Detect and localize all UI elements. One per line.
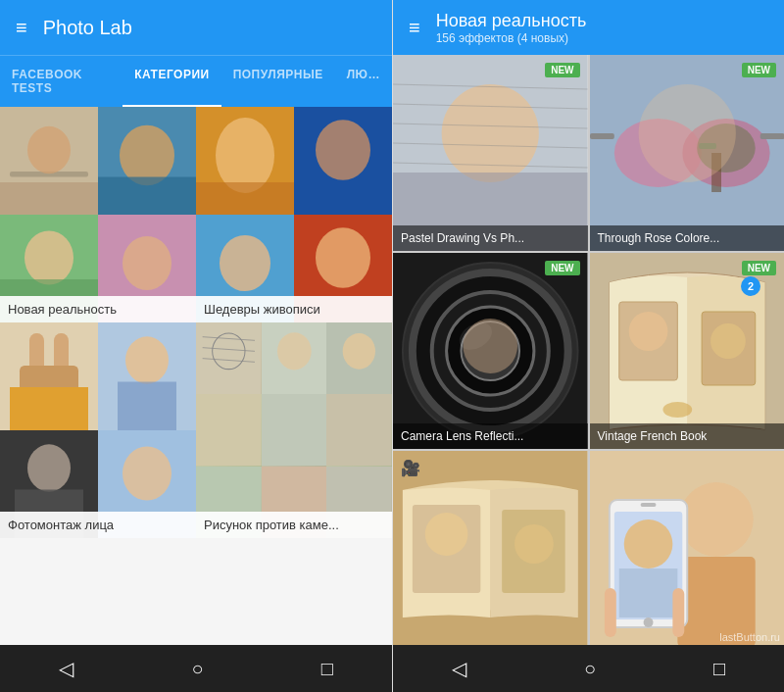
svg-rect-28: [118, 382, 176, 431]
tab-categories[interactable]: КАТЕГОРИИ: [122, 56, 220, 107]
svg-rect-62: [760, 133, 784, 139]
svg-point-8: [24, 231, 74, 285]
svg-point-42: [343, 333, 375, 370]
right-home-button[interactable]: ○: [584, 658, 596, 680]
svg-point-83: [425, 513, 468, 556]
num-badge-4: 2: [741, 276, 760, 296]
cat3-img1: [0, 322, 98, 430]
recent-button[interactable]: □: [321, 658, 333, 680]
right-category-subtitle: 156 эффектов (4 новых): [436, 31, 587, 45]
svg-point-30: [27, 444, 71, 491]
svg-rect-93: [640, 503, 656, 507]
hamburger-icon[interactable]: ≡: [16, 17, 27, 39]
back-button[interactable]: ◁: [59, 657, 74, 680]
cat2-label: Шедевры живописи: [196, 296, 392, 322]
effect-card-2[interactable]: NEW Through Rose Colore...: [590, 55, 785, 251]
new-badge-3: NEW: [545, 261, 579, 275]
new-badge-2: NEW: [742, 63, 776, 77]
video-icon-5: 🎥: [401, 459, 420, 477]
cat4-label: Рисунок против каме...: [196, 512, 392, 538]
svg-point-13: [216, 118, 274, 193]
svg-rect-44: [262, 394, 327, 466]
right-back-button[interactable]: ◁: [452, 657, 466, 680]
cat4-img4: [196, 394, 262, 466]
cat4-img3: [326, 322, 392, 394]
watermark: lastButton.ru: [719, 631, 780, 643]
tab-popular[interactable]: ПОПУЛЯРНЫЕ: [221, 56, 335, 107]
left-app-title: Photo Lab: [43, 17, 132, 39]
right-category-title: Новая реальность: [436, 11, 587, 31]
svg-point-91: [623, 519, 672, 568]
left-tabs: FACEBOOK TESTS КАТЕГОРИИ ПОПУЛЯРНЫЕ ЛЮ…: [0, 55, 392, 107]
left-header: ≡ Photo Lab: [0, 0, 392, 55]
svg-point-18: [220, 235, 270, 291]
svg-point-77: [628, 312, 667, 351]
effect-card-6[interactable]: lastButton.ru: [590, 451, 785, 645]
category-grid: Новая реальность: [0, 107, 392, 645]
left-panel: ≡ Photo Lab FACEBOOK TESTS КАТЕГОРИИ ПОП…: [0, 0, 392, 692]
cat4-img1: [196, 322, 262, 394]
svg-point-40: [277, 332, 312, 370]
effect-label-4: Vintage French Book: [590, 423, 785, 449]
svg-point-87: [679, 482, 753, 557]
right-nav-bar: ◁ ○ □: [393, 645, 784, 692]
new-badge-1: NEW: [545, 63, 579, 77]
home-button[interactable]: ○: [191, 658, 203, 680]
cat3-label: Фотомонтаж лица: [0, 512, 196, 538]
svg-point-50: [442, 84, 539, 182]
cat1-img2: [98, 107, 196, 215]
tab-facebook[interactable]: FACEBOOK TESTS: [0, 56, 122, 107]
cat2-img1: [196, 107, 294, 215]
effect-label-2: Through Rose Colore...: [590, 225, 785, 251]
cat1-img1: [0, 107, 98, 215]
effect-card-1[interactable]: NEW Pastel Drawing Vs Ph...: [393, 55, 588, 251]
svg-rect-92: [618, 568, 677, 618]
svg-point-94: [643, 618, 653, 627]
category-cell-2[interactable]: Шедевры живописи: [196, 107, 392, 322]
svg-point-65: [638, 84, 735, 182]
right-hamburger-icon[interactable]: ≡: [409, 17, 420, 39]
svg-point-11: [122, 236, 172, 290]
left-nav-bar: ◁ ○ □: [0, 645, 392, 692]
svg-rect-25: [10, 387, 88, 430]
effect-card-5[interactable]: 🎥: [393, 451, 588, 645]
effect-label-1: Pastel Drawing Vs Ph...: [393, 225, 588, 251]
svg-point-2: [27, 126, 71, 173]
cat4-img5: [262, 394, 327, 466]
category-cell-4[interactable]: Рисунок против каме...: [196, 322, 392, 538]
svg-rect-45: [326, 394, 392, 466]
svg-point-80: [662, 402, 692, 418]
svg-rect-43: [196, 394, 262, 466]
right-header: ≡ Новая реальность 156 эффектов (4 новых…: [393, 0, 784, 55]
tab-fav[interactable]: ЛЮ…: [335, 56, 392, 107]
cat4-img2: [262, 322, 327, 394]
svg-point-5: [120, 125, 174, 186]
category-cell-3[interactable]: Фотомонтаж лица: [0, 322, 196, 538]
svg-point-16: [316, 120, 370, 180]
cat1-label: Новая реальность: [0, 296, 196, 322]
svg-rect-96: [672, 588, 684, 637]
effects-grid: NEW Pastel Drawing Vs Ph... NEW Through …: [393, 55, 784, 645]
svg-rect-95: [604, 588, 615, 637]
right-recent-button[interactable]: □: [713, 658, 725, 680]
svg-point-27: [125, 336, 169, 383]
svg-rect-3: [0, 182, 98, 215]
right-header-text: Новая реальность 156 эффектов (4 новых): [436, 11, 587, 45]
svg-point-79: [710, 323, 746, 359]
svg-rect-6: [98, 177, 196, 216]
effect-card-3[interactable]: NEW Camera Lens Reflecti...: [393, 253, 588, 449]
cat2-img2: [294, 107, 392, 215]
category-cell-1[interactable]: Новая реальность: [0, 107, 196, 322]
svg-rect-61: [590, 133, 614, 139]
svg-point-85: [514, 524, 554, 564]
effect-label-3: Camera Lens Reflecti...: [393, 423, 588, 449]
svg-point-33: [122, 447, 172, 501]
cat4-img6: [326, 394, 392, 466]
svg-rect-14: [196, 182, 294, 215]
svg-point-73: [463, 319, 517, 373]
svg-point-20: [316, 227, 370, 288]
cat3-img2: [98, 322, 196, 430]
effect-card-4[interactable]: NEW 2 Vintage French Book: [590, 253, 785, 449]
right-panel: ≡ Новая реальность 156 эффектов (4 новых…: [392, 0, 784, 692]
new-badge-4: NEW: [742, 261, 776, 275]
